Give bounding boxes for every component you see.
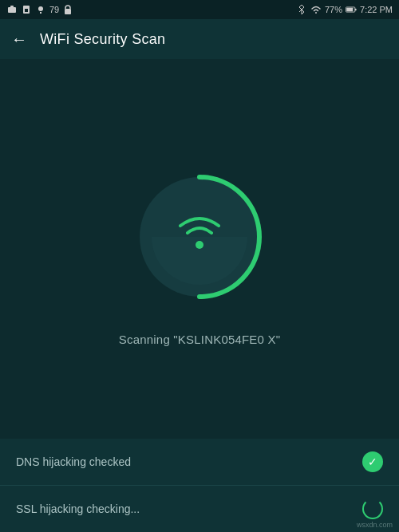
- dns-status-label: DNS hijacking checked: [16, 455, 131, 468]
- svg-rect-3: [25, 9, 28, 12]
- dns-status-item: DNS hijacking checked ✓: [0, 439, 399, 485]
- scanner-animation: [128, 165, 271, 309]
- status-bar-right: 77% 7:22 PM: [296, 4, 393, 15]
- watermark: wsxdn.com: [357, 521, 393, 529]
- battery-percent: 77%: [325, 5, 342, 14]
- battery-icon: [346, 4, 357, 15]
- sim-icon: [21, 4, 32, 15]
- scanning-status-text: Scanning "KSLINK054FE0 X": [119, 333, 280, 346]
- time-display: 7:22 PM: [360, 5, 393, 14]
- back-button[interactable]: ←: [11, 30, 27, 49]
- ssl-status-label: SSL hijacking checking...: [16, 502, 140, 515]
- notification2-icon: [35, 4, 46, 15]
- bluetooth-icon: [296, 4, 307, 15]
- svg-rect-10: [355, 9, 357, 11]
- wifi-signal-icon: [310, 4, 322, 15]
- ssl-loading-icon: [362, 499, 383, 519]
- svg-point-4: [38, 6, 43, 11]
- status-bar: 79 77%: [0, 0, 399, 19]
- svg-rect-6: [65, 9, 71, 14]
- notification-icon: [6, 4, 18, 15]
- svg-rect-1: [10, 6, 14, 8]
- svg-point-12: [196, 241, 203, 249]
- lock-icon: [62, 4, 73, 15]
- checkmark-icon: ✓: [368, 455, 377, 468]
- svg-rect-0: [8, 7, 16, 13]
- svg-rect-9: [346, 8, 353, 11]
- ssl-status-item: SSL hijacking checking...: [0, 485, 399, 532]
- dns-status-icon: ✓: [362, 451, 383, 472]
- svg-rect-5: [40, 12, 41, 14]
- nav-bar: ← WiFi Security Scan: [0, 19, 399, 59]
- main-content: Scanning "KSLINK054FE0 X": [0, 59, 399, 452]
- page-title: WiFi Security Scan: [40, 31, 165, 48]
- bottom-status-panel: DNS hijacking checked ✓ SSL hijacking ch…: [0, 439, 399, 532]
- battery-level: 79: [49, 5, 59, 14]
- status-bar-left: 79: [6, 4, 73, 15]
